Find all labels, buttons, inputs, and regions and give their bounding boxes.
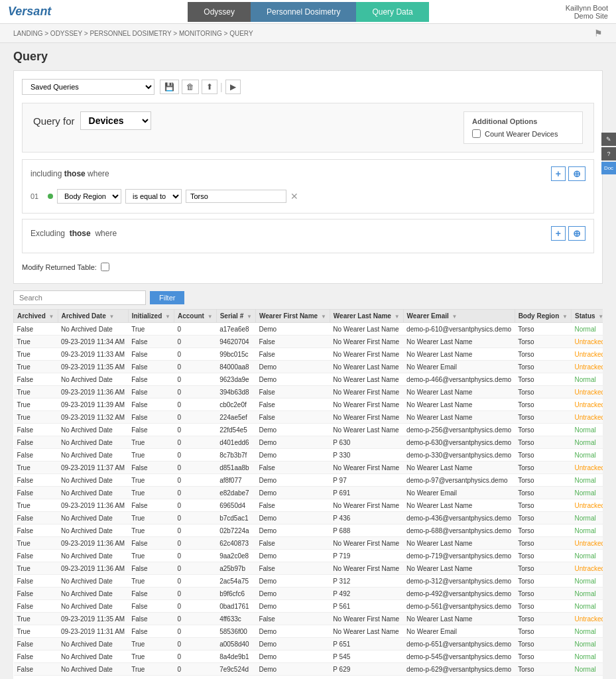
table-cell: Untracked <box>572 361 603 373</box>
filter-value-input[interactable] <box>186 190 286 203</box>
including-section: including those where + ⊕ 01 Body Region… <box>22 159 594 214</box>
table-cell: Torso <box>515 676 571 680</box>
table-row: True09-23-2019 11:36 AMFalse069650d4Fals… <box>14 499 603 512</box>
body-region-select[interactable]: Body Region <box>57 189 121 204</box>
table-row: True09-23-2019 11:34 AMFalse094620704Fal… <box>14 336 603 348</box>
col-archived[interactable]: Archived ▼ <box>14 310 58 323</box>
table-row: FalseNo Archived DateFalse0b9f6cfc6DemoP… <box>14 587 603 600</box>
table-cell: No Archived Date <box>58 424 128 436</box>
table-cell: No Archived Date <box>58 474 128 487</box>
table-cell: False <box>255 537 330 550</box>
table-cell: False <box>14 323 58 336</box>
including-add-group-btn[interactable]: ⊕ <box>568 166 585 181</box>
table-cell: No Wearer First Name <box>330 613 403 625</box>
col-account[interactable]: Account ▼ <box>174 310 216 323</box>
table-cell: demo-p-630@versantphysics.demo <box>403 436 515 449</box>
table-cell: 394b63d8 <box>216 386 255 399</box>
table-cell: Torso <box>515 474 571 487</box>
table-cell: Normal <box>572 373 603 386</box>
table-cell: 09-23-2019 11:33 AM <box>58 348 128 361</box>
table-cell: Torso <box>515 525 571 537</box>
excluding-add-single-btn[interactable]: + <box>551 226 566 241</box>
table-cell: Demo <box>255 373 330 386</box>
run-icon-btn[interactable]: ▶ <box>225 80 241 94</box>
upload-icon-btn[interactable]: ⬆ <box>202 80 217 94</box>
col-first-name[interactable]: Wearer First Name ▼ <box>255 310 330 323</box>
table-cell: True <box>14 613 58 625</box>
delete-icon-btn[interactable]: 🗑 <box>182 80 199 94</box>
save-icon-btn[interactable]: 💾 <box>160 80 179 94</box>
table-cell: Torso <box>515 499 571 512</box>
table-cell: Torso <box>515 550 571 562</box>
bookmark-icon[interactable]: ⚑ <box>594 28 603 38</box>
table-cell: 0 <box>174 474 216 487</box>
table-cell: False <box>128 537 174 550</box>
including-header: including those where + ⊕ <box>31 166 585 181</box>
table-cell: True <box>128 323 174 336</box>
table-cell: False <box>14 373 58 386</box>
col-serial[interactable]: Serial # ▼ <box>216 310 255 323</box>
col-email[interactable]: Wearer Email ▼ <box>403 310 515 323</box>
table-cell: False <box>128 399 174 411</box>
table-cell: No Wearer Last Name <box>330 424 403 436</box>
excluding-add-group-btn[interactable]: ⊕ <box>568 226 585 241</box>
table-cell: 09-23-2019 11:34 AM <box>58 336 128 348</box>
tab-personnel[interactable]: Personnel Dosimetry <box>251 2 356 22</box>
table-cell: True <box>14 562 58 575</box>
table-cell: a17ea6e8 <box>216 323 255 336</box>
tab-query[interactable]: Query Data <box>356 2 428 22</box>
tab-odyssey[interactable]: Odyssey <box>188 2 251 22</box>
table-cell: P 651 <box>330 638 403 650</box>
operator-select[interactable]: is equal to <box>125 189 182 204</box>
main-content: Query Saved Queries 💾 🗑 ⬆ | ▶ Query for <box>0 43 616 679</box>
table-cell: Torso <box>515 424 571 436</box>
remove-filter-btn[interactable]: ✕ <box>290 191 298 202</box>
table-cell: Torso <box>515 323 571 336</box>
table-cell: Untracked <box>572 499 603 512</box>
table-cell: Demo <box>255 638 330 650</box>
count-wearer-label: Count Wearer Devices <box>485 130 558 138</box>
excluding-title: Excluding those where <box>31 229 117 238</box>
table-cell: P 97 <box>330 474 403 487</box>
col-last-name[interactable]: Wearer Last Name ▼ <box>330 310 403 323</box>
table-cell: 62c40873 <box>216 537 255 550</box>
table-cell: Torso <box>515 348 571 361</box>
col-archived-date[interactable]: Archived Date ▼ <box>58 310 128 323</box>
table-cell: Demo <box>255 676 330 680</box>
saved-queries-row: Saved Queries 💾 🗑 ⬆ | ▶ <box>22 79 594 95</box>
table-cell: No Archived Date <box>58 650 128 663</box>
table-cell: False <box>14 436 58 449</box>
table-cell: P 680 <box>330 676 403 680</box>
table-cell: True <box>128 436 174 449</box>
including-add-single-btn[interactable]: + <box>551 166 566 181</box>
table-cell: P 691 <box>330 487 403 499</box>
table-cell: False <box>14 449 58 462</box>
table-cell: No Archived Date <box>58 663 128 676</box>
table-cell: No Wearer Last Name <box>403 386 515 399</box>
side-icon-doc[interactable]: Doc <box>601 162 616 174</box>
col-status[interactable]: Status ▼ <box>572 310 603 323</box>
side-icon-top[interactable]: ✎ <box>601 133 616 146</box>
table-cell: P 688 <box>330 525 403 537</box>
table-cell: 09-23-2019 11:35 AM <box>58 613 128 625</box>
table-cell: demo-p-492@versantphysics.demo <box>403 587 515 600</box>
table-cell: False <box>255 411 330 424</box>
table-cell: True <box>14 336 58 348</box>
table-cell: Demo <box>255 650 330 663</box>
col-body-region[interactable]: Body Region ▼ <box>515 310 571 323</box>
table-cell: demo-p-97@versantphysics.demo <box>403 474 515 487</box>
count-wearer-checkbox[interactable] <box>472 129 481 138</box>
table-cell: 2ac54a75 <box>216 575 255 587</box>
saved-queries-select[interactable]: Saved Queries <box>22 79 154 95</box>
search-input[interactable] <box>13 290 146 305</box>
table-cell: True <box>14 537 58 550</box>
col-initialized[interactable]: Initialized ▼ <box>128 310 174 323</box>
query-box: Saved Queries 💾 🗑 ⬆ | ▶ Query for Device… <box>13 70 603 284</box>
side-icon-help[interactable]: ? <box>601 147 616 160</box>
devices-dropdown[interactable]: Devices <box>80 111 151 130</box>
table-cell: 09-23-2019 11:39 AM <box>58 399 128 411</box>
table-cell: 0 <box>174 462 216 474</box>
modify-table-checkbox[interactable] <box>101 263 109 271</box>
table-cell: False <box>14 575 58 587</box>
filter-button[interactable]: Filter <box>150 291 184 304</box>
